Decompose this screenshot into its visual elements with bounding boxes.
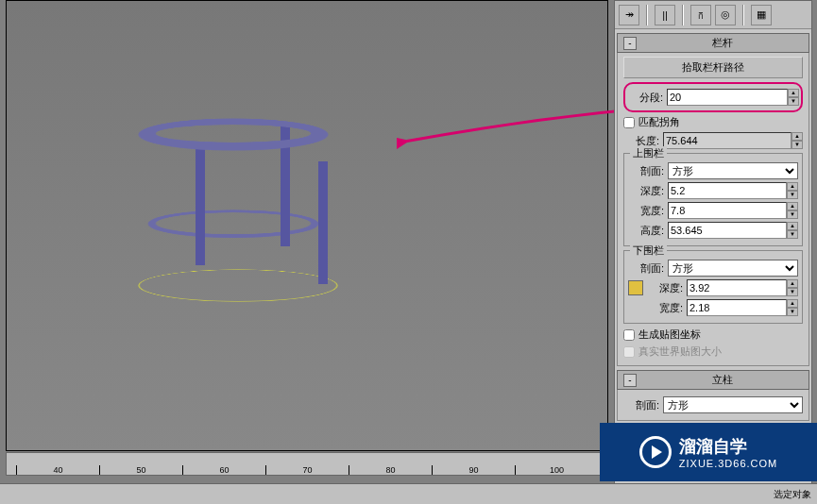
gen-mapping-checkbox[interactable] <box>623 329 635 341</box>
real-world-label: 真实世界贴图大小 <box>638 344 722 359</box>
top-rail-title: 上围栏 <box>630 146 667 160</box>
rollout-posts: - 立柱 剖面: 方形 <box>617 370 809 421</box>
watermark-main: 溜溜自学 <box>679 435 777 458</box>
top-profile-select[interactable]: 方形 <box>668 162 798 179</box>
rollout-railing-header[interactable]: - 栏杆 <box>617 33 809 53</box>
top-width-input[interactable] <box>668 202 787 219</box>
collapse-icon[interactable]: - <box>623 374 637 387</box>
lower-rail-group: 下围栏 剖面: 方形 深度: ▲▼ <box>623 250 803 324</box>
tool-btn-2[interactable]: || <box>655 5 675 25</box>
gen-mapping-label: 生成贴图坐标 <box>638 328 701 342</box>
railing-model[interactable] <box>82 58 384 341</box>
top-width-label: 宽度: <box>628 204 664 218</box>
rollout-posts-header[interactable]: - 立柱 <box>617 370 809 390</box>
segments-up[interactable]: ▲ <box>788 89 799 97</box>
length-input[interactable] <box>663 132 791 149</box>
panel-toolbar: ↠ || ⩃ ◎ ▦ <box>615 1 811 29</box>
segments-input[interactable] <box>667 89 788 106</box>
rollout-railing: - 栏杆 拾取栏杆路径 分段: ▲ ▼ 匹 <box>617 33 809 366</box>
segments-down[interactable]: ▼ <box>788 97 799 106</box>
play-icon <box>639 436 672 468</box>
lower-rail-title: 下围栏 <box>630 244 667 258</box>
tool-btn-1[interactable]: ↠ <box>619 5 639 25</box>
top-depth-input[interactable] <box>668 182 787 199</box>
length-up[interactable]: ▲ <box>791 132 803 141</box>
lower-depth-input[interactable] <box>687 279 787 296</box>
segments-highlight: 分段: ▲ ▼ <box>623 82 803 112</box>
collapse-icon[interactable]: - <box>623 37 637 50</box>
rollout-railing-title: 栏杆 <box>642 36 803 50</box>
top-rail-group: 上围栏 剖面: 方形 深度: ▲▼ <box>623 153 803 246</box>
lower-profile-label: 剖面: <box>628 261 664 276</box>
watermark-sub: ZIXUE.3D66.COM <box>679 458 777 469</box>
tool-btn-5[interactable]: ▦ <box>751 5 772 25</box>
top-height-label: 高度: <box>628 224 664 238</box>
posts-profile-select[interactable]: 方形 <box>663 396 803 413</box>
tool-btn-3[interactable]: ⩃ <box>690 5 711 25</box>
posts-profile-label: 剖面: <box>623 398 659 412</box>
lower-depth-label: 深度: <box>647 281 683 295</box>
lower-width-label: 宽度: <box>647 301 683 315</box>
status-bar: 选定对象 <box>0 483 817 504</box>
status-select: 选定对象 <box>774 488 811 501</box>
pick-rail-path-button[interactable]: 拾取栏杆路径 <box>623 57 803 78</box>
match-corners-checkbox[interactable] <box>623 117 635 128</box>
match-corners-label: 匹配拐角 <box>638 115 680 129</box>
top-height-input[interactable] <box>668 222 787 239</box>
top-profile-label: 剖面: <box>628 164 664 178</box>
rollout-posts-title: 立柱 <box>642 373 803 387</box>
length-down[interactable]: ▼ <box>791 141 803 149</box>
watermark: 溜溜自学 ZIXUE.3D66.COM <box>600 423 817 481</box>
lower-rail-dialog-button[interactable] <box>628 280 643 295</box>
real-world-checkbox <box>623 346 635 358</box>
viewport-3d[interactable] <box>6 0 608 451</box>
top-depth-label: 深度: <box>628 184 664 198</box>
segments-label: 分段: <box>627 91 663 105</box>
lower-profile-select[interactable]: 方形 <box>668 260 798 277</box>
lower-width-input[interactable] <box>687 299 787 316</box>
tool-btn-4[interactable]: ◎ <box>715 5 736 25</box>
time-slider[interactable]: 40 50 60 70 80 90 100 <box>6 452 608 476</box>
